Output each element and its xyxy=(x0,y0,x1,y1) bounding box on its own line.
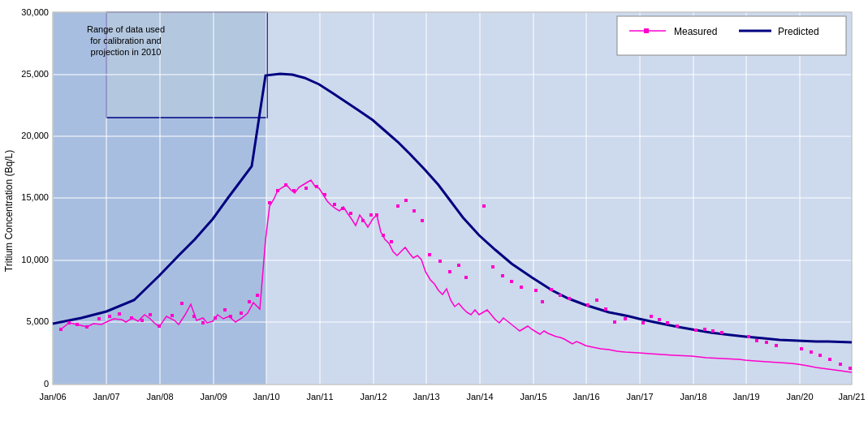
measured-point xyxy=(130,316,133,320)
measured-point xyxy=(323,193,326,196)
measured-point xyxy=(118,312,121,316)
measured-point xyxy=(256,294,259,297)
measured-point xyxy=(369,213,373,217)
measured-point xyxy=(464,276,468,279)
x-tick-jan20: Jan/20 xyxy=(786,392,813,402)
y-tick-20000: 20,000 xyxy=(21,131,49,140)
measured-point xyxy=(390,240,393,243)
measured-point xyxy=(240,311,243,315)
measured-point xyxy=(775,344,778,347)
x-tick-jan21: Jan/21 xyxy=(838,392,865,402)
measured-point xyxy=(604,307,607,311)
x-tick-jan08: Jan/08 xyxy=(146,392,173,402)
measured-point xyxy=(438,260,442,263)
x-tick-jan07: Jan/07 xyxy=(93,392,119,402)
measured-point xyxy=(85,325,89,329)
measured-point xyxy=(214,316,217,320)
y-tick-30000: 30,000 xyxy=(21,7,49,17)
calibration-label-line1: Range of data used xyxy=(87,24,165,34)
measured-point xyxy=(192,315,196,318)
measured-point xyxy=(818,354,822,357)
x-tick-jan10: Jan/10 xyxy=(253,392,279,402)
measured-point xyxy=(559,294,562,297)
measured-point xyxy=(284,183,287,187)
x-tick-jan15: Jan/15 xyxy=(520,392,546,402)
legend-measured-label: Measured xyxy=(674,26,717,37)
measured-point xyxy=(800,347,803,350)
measured-point xyxy=(457,264,460,267)
measured-point xyxy=(412,209,416,213)
measured-point xyxy=(404,199,408,202)
measured-point xyxy=(550,288,553,291)
x-tick-jan06: Jan/06 xyxy=(39,392,66,402)
measured-point xyxy=(229,315,232,318)
measured-point xyxy=(67,321,71,324)
measured-point xyxy=(849,367,852,370)
x-tick-jan16: Jan/16 xyxy=(572,392,599,402)
measured-point xyxy=(292,189,296,192)
measured-point xyxy=(839,363,842,366)
measured-point xyxy=(747,335,750,338)
measured-point xyxy=(676,324,679,328)
measured-point xyxy=(149,313,152,316)
measured-point xyxy=(510,280,513,283)
measured-point xyxy=(703,328,706,331)
measured-point xyxy=(341,207,344,210)
measured-point xyxy=(108,315,111,318)
x-tick-jan17: Jan/17 xyxy=(626,392,653,402)
x-tick-jan19: Jan/19 xyxy=(732,392,759,402)
chart-container: 0 5,000 10,000 15,000 20,000 25,000 30,0… xyxy=(0,0,868,421)
measured-point xyxy=(396,204,399,208)
measured-point xyxy=(666,321,669,324)
measured-point xyxy=(333,203,336,206)
x-tick-jan14: Jan/14 xyxy=(466,392,493,402)
measured-point xyxy=(765,341,768,344)
measured-point xyxy=(482,204,486,208)
measured-point xyxy=(158,324,161,328)
x-tick-jan12: Jan/12 xyxy=(360,392,386,402)
calibration-label-line3: projection in 2010 xyxy=(91,47,162,57)
measured-point xyxy=(201,321,205,324)
legend-predicted-label: Predicted xyxy=(778,26,819,37)
measured-point xyxy=(304,187,308,190)
measured-point xyxy=(276,189,279,192)
calibration-label-line2: for calibration and xyxy=(90,36,161,45)
measured-point xyxy=(501,274,504,277)
measured-point xyxy=(315,185,318,188)
measured-point xyxy=(595,299,598,302)
measured-point xyxy=(180,302,184,305)
x-tick-jan18: Jan/18 xyxy=(680,392,706,402)
measured-point xyxy=(658,318,661,321)
measured-point xyxy=(375,213,378,217)
measured-point xyxy=(59,328,63,331)
y-tick-10000: 10,000 xyxy=(21,255,49,264)
measured-point xyxy=(248,300,251,303)
x-tick-jan09: Jan/09 xyxy=(200,392,227,402)
measured-point xyxy=(641,321,645,324)
measured-point xyxy=(534,289,538,292)
measured-point xyxy=(421,219,424,222)
measured-point xyxy=(650,315,653,318)
y-tick-0: 0 xyxy=(44,379,49,389)
measured-point xyxy=(428,253,431,256)
measured-point xyxy=(711,329,715,333)
measured-point xyxy=(448,270,451,273)
measured-point xyxy=(223,308,227,311)
measured-point xyxy=(828,358,831,361)
y-tick-5000: 5,000 xyxy=(26,316,49,326)
measured-point xyxy=(720,331,723,334)
measured-point xyxy=(586,303,589,307)
measured-point xyxy=(382,234,385,237)
measured-point xyxy=(140,319,144,322)
measured-point xyxy=(624,317,627,320)
legend-measured-marker xyxy=(644,28,649,33)
measured-point xyxy=(755,339,758,342)
measured-point xyxy=(810,350,813,354)
measured-point xyxy=(541,300,544,303)
y-tick-15000: 15,000 xyxy=(21,192,49,202)
measured-point xyxy=(491,265,494,268)
y-tick-25000: 25,000 xyxy=(21,69,49,79)
x-tick-jan13: Jan/13 xyxy=(412,392,439,402)
measured-point xyxy=(97,317,101,320)
measured-point xyxy=(613,320,616,324)
